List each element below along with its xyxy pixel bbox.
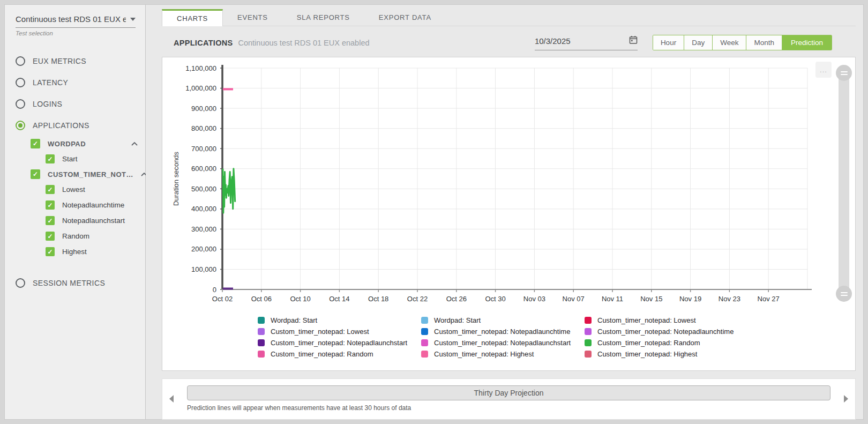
svg-text:Duration seconds: Duration seconds	[172, 151, 180, 206]
tab-sla-reports[interactable]: SLA REPORTS	[282, 9, 364, 26]
group-label: CUSTOM_TIMER_NOT…	[48, 170, 133, 178]
legend-item[interactable]: Custom_timer_notepad: Random	[585, 337, 748, 348]
legend-item[interactable]: Custom_timer_notepad: Lowest	[585, 315, 748, 325]
legend-item-label: Custom_timer_notepad: Random	[597, 339, 700, 347]
scroll-left-button[interactable]	[166, 395, 177, 403]
tab-label: EVENTS	[237, 13, 268, 21]
legend-item[interactable]: Custom_timer_notepad: Notepadlaunchtime	[421, 326, 585, 337]
chart-card: 0100,000200,000300,000400,000500,000600,…	[162, 57, 856, 371]
legend-item[interactable]: Custom_timer_notepad: Notepadlaunchtime	[585, 326, 748, 337]
tab-events[interactable]: EVENTS	[223, 9, 282, 26]
week-button[interactable]: Week	[712, 35, 746, 50]
ellipsis-icon: ...	[820, 66, 827, 74]
sidebar-item-random[interactable]: Random	[5, 228, 145, 244]
legend-swatch-icon	[585, 351, 592, 358]
legend-item-label: Custom_timer_notepad: Notepadlaunchtime	[434, 328, 570, 336]
legend-item[interactable]: Custom_timer_notepad: Lowest	[258, 326, 421, 337]
sidebar-item-latency[interactable]: LATENCY	[5, 72, 145, 93]
slider-track[interactable]	[839, 70, 849, 296]
sidebar-item-lowest[interactable]: Lowest	[5, 182, 145, 197]
test-selection-row[interactable]: Continuous test RDS 01 EUX ena…	[16, 14, 136, 28]
applications-tree: WORDPAD Start CUSTOM_TIMER_NOT…	[5, 136, 145, 259]
checkbox-checked-icon[interactable]	[46, 232, 55, 241]
legend-item-label: Custom_timer_notepad: Random	[271, 350, 373, 358]
chevron-up-icon[interactable]	[131, 142, 138, 146]
checkbox-checked-icon[interactable]	[31, 139, 40, 148]
date-picker-field[interactable]: 10/3/2025	[535, 35, 638, 50]
drag-handle-icon	[841, 74, 848, 75]
checkbox-checked-icon[interactable]	[46, 185, 55, 194]
legend-item[interactable]: Custom_timer_notepad: Highest	[421, 348, 585, 359]
radio-selected-icon[interactable]	[16, 121, 25, 130]
radio-unselected-icon[interactable]	[16, 78, 25, 87]
tab-charts[interactable]: CHARTS	[162, 9, 223, 26]
radio-unselected-icon[interactable]	[16, 56, 25, 66]
caret-down-icon	[130, 18, 136, 21]
sidebar-item-start[interactable]: Start	[5, 151, 145, 167]
legend-item-label: Custom_timer_notepad: Notepadlaunchstart	[271, 339, 407, 347]
radio-unselected-icon[interactable]	[16, 99, 25, 109]
triangle-right-icon	[844, 395, 848, 403]
legend-item-label: Wordpad: Start	[271, 316, 317, 324]
sidebar-item-notepadlaunchstart[interactable]: Notepadlaunchstart	[5, 213, 145, 228]
tab-export-data[interactable]: EXPORT DATA	[364, 9, 446, 26]
month-button[interactable]: Month	[746, 35, 782, 50]
chart-menu-button[interactable]: ...	[815, 62, 832, 78]
drag-handle-icon	[841, 71, 848, 72]
sidebar-item-session-metrics[interactable]: SESSION METRICS	[5, 272, 145, 294]
sidebar-item-notepadlaunchtime[interactable]: Notepadlaunchtime	[5, 197, 145, 213]
svg-text:Oct 14: Oct 14	[329, 295, 349, 303]
scroll-right-button[interactable]	[840, 395, 852, 403]
leaf-label: Random	[62, 232, 89, 240]
slider-handle-top[interactable]	[836, 65, 852, 81]
checkbox-checked-icon[interactable]	[46, 216, 55, 225]
legend-item[interactable]: Custom_timer_notepad: Random	[258, 348, 421, 359]
sidebar-item-eux-metrics[interactable]: EUX METRICS	[5, 50, 145, 72]
legend-swatch-icon	[421, 317, 428, 324]
checkbox-checked-icon[interactable]	[46, 154, 55, 163]
svg-text:Nov 11: Nov 11	[602, 295, 623, 303]
legend-item[interactable]: Custom_timer_notepad: Notepadlaunchstart	[421, 337, 585, 348]
page-title: APPLICATIONS	[174, 39, 233, 47]
svg-text:100,000: 100,000	[191, 265, 216, 273]
legend-item[interactable]: Wordpad: Start	[258, 315, 421, 325]
sidebar-item-logins[interactable]: LOGINS	[5, 93, 145, 115]
svg-text:Nov 03: Nov 03	[523, 295, 545, 303]
checkbox-checked-icon[interactable]	[46, 200, 55, 210]
legend-item[interactable]: Wordpad: Start	[421, 315, 585, 325]
button-label: Day	[692, 39, 705, 47]
page-subtitle: Continuous test RDS 01 EUX enabled	[238, 39, 534, 47]
radio-unselected-icon[interactable]	[16, 278, 25, 288]
checkbox-checked-icon[interactable]	[31, 169, 40, 179]
legend-item-label: Custom_timer_notepad: Highest	[597, 350, 697, 358]
projection-title-box[interactable]: Thirty Day Projection	[187, 385, 830, 400]
sidebar-item-applications[interactable]: APPLICATIONS	[5, 115, 145, 136]
svg-text:600,000: 600,000	[191, 165, 216, 173]
legend-item[interactable]: Custom_timer_notepad: Notepadlaunchstart	[258, 337, 421, 348]
sidebar-group-custom-timer-notepad[interactable]: CUSTOM_TIMER_NOT…	[5, 167, 145, 182]
day-button[interactable]: Day	[684, 35, 712, 50]
svg-text:1,000,000: 1,000,000	[185, 84, 216, 92]
group-label: WORDPAD	[48, 140, 86, 148]
checkbox-checked-icon[interactable]	[46, 247, 55, 256]
app-window: Continuous test RDS 01 EUX ena… Test sel…	[4, 4, 864, 420]
sidebar-item-highest[interactable]: Highest	[5, 244, 145, 259]
projection-caption: Prediction lines will appear when measur…	[187, 404, 830, 412]
svg-text:1,100,000: 1,100,000	[185, 64, 216, 72]
calendar-icon[interactable]	[629, 35, 638, 47]
svg-text:800,000: 800,000	[191, 124, 216, 132]
button-label: Month	[754, 39, 774, 47]
svg-text:Nov 15: Nov 15	[640, 295, 662, 303]
legend-item[interactable]: Custom_timer_notepad: Highest	[585, 348, 748, 359]
legend-swatch-icon	[421, 328, 428, 335]
window-frame: Continuous test RDS 01 EUX ena… Test sel…	[0, 0, 868, 424]
tab-bar: CHARTS EVENTS SLA REPORTS EXPORT DATA	[162, 9, 856, 26]
test-selection-dropdown[interactable]: Continuous test RDS 01 EUX ena… Test sel…	[5, 10, 145, 36]
prediction-button[interactable]: Prediction	[782, 35, 832, 50]
sidebar-item-label: LATENCY	[33, 78, 68, 87]
sidebar-group-wordpad[interactable]: WORDPAD	[5, 136, 145, 151]
legend-item-label: Custom_timer_notepad: Lowest	[597, 316, 696, 324]
button-label: Hour	[661, 39, 676, 47]
slider-handle-bottom[interactable]	[836, 286, 852, 302]
hour-button[interactable]: Hour	[653, 35, 684, 50]
